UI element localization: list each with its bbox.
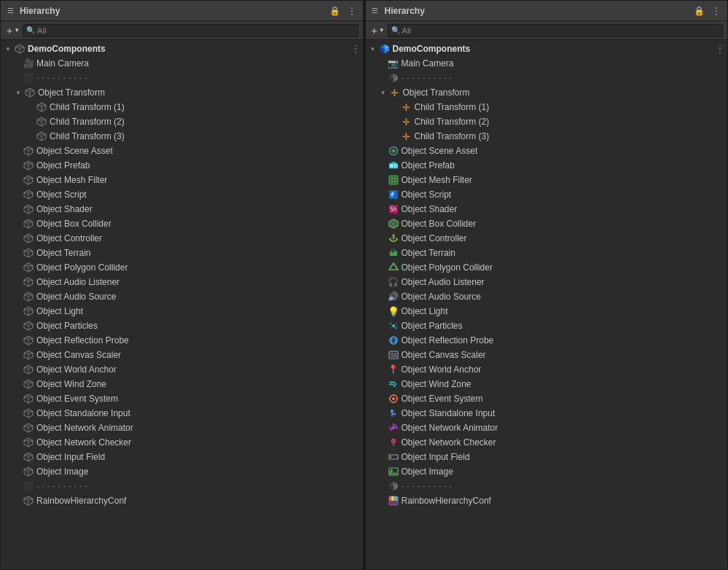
- add-plus[interactable]: +: [5, 25, 14, 36]
- more-button[interactable]: ⋮: [345, 5, 359, 17]
- tree-item[interactable]: Object Image: [366, 464, 728, 479]
- transform-icon: ✛: [401, 130, 412, 142]
- tree-item[interactable]: Object Reflection Probe: [366, 333, 728, 348]
- tree-item[interactable]: # Object Script: [366, 187, 728, 202]
- cube-icon: [23, 349, 34, 361]
- tree-item[interactable]: ⬛- - - - - - - - - -: [1, 479, 363, 493]
- add-dropdown[interactable]: ▼: [14, 27, 20, 34]
- add-plus[interactable]: +: [370, 25, 379, 36]
- cube-icon: [379, 43, 391, 55]
- tree-item[interactable]: Object Controller: [1, 231, 363, 246]
- cube-icon: [23, 320, 34, 332]
- tree-item[interactable]: Object Mesh Filter: [1, 173, 363, 187]
- tree-item[interactable]: 🕹Object Controller: [366, 231, 728, 246]
- tree-item[interactable]: Object Box Collider: [366, 216, 728, 231]
- item-label: Object Terrain: [402, 248, 455, 258]
- tree-item[interactable]: ✛Child Transform (2): [366, 114, 728, 129]
- tree-item[interactable]: - - - - - - - - - -: [366, 71, 728, 85]
- tree-item[interactable]: ▼✛Object Transform: [366, 85, 728, 100]
- cube-icon: [23, 495, 34, 507]
- tree-arrow[interactable]: ▼: [14, 88, 23, 97]
- tree-item[interactable]: Object Input Field: [366, 450, 728, 464]
- tree-item[interactable]: Object Mesh Filter: [366, 173, 728, 187]
- tree-item[interactable]: ⬛- - - - - - - - - -: [1, 71, 363, 85]
- item-label: Child Transform (1): [415, 102, 490, 112]
- hierarchy-tree[interactable]: ▼ DemoComponents⋮🎥Main Camera⬛- - - - - …: [1, 40, 363, 569]
- tree-item[interactable]: Object Reflection Probe: [1, 333, 363, 348]
- tree-item[interactable]: 📍Object World Anchor: [366, 362, 728, 377]
- tree-item[interactable]: - - - - - - - - - -: [366, 479, 728, 493]
- tree-item[interactable]: Child Transform (3): [1, 129, 363, 144]
- lock-button[interactable]: 🔒: [692, 5, 707, 17]
- tree-item[interactable]: RainbowHierarchyConf: [366, 493, 728, 508]
- tree-item[interactable]: Child Transform (2): [1, 114, 363, 129]
- tree-arrow[interactable]: ▼: [379, 88, 388, 97]
- tree-item[interactable]: ▼ Object Transform: [1, 85, 363, 100]
- tree-item[interactable]: 🔊Object Audio Source: [366, 289, 728, 304]
- tree-item[interactable]: Object Polygon Collider: [1, 260, 363, 275]
- tree-item[interactable]: Object Terrain: [1, 246, 363, 260]
- tree-item[interactable]: Object Wind Zone: [1, 377, 363, 391]
- tree-item[interactable]: 🎧Object Audio Listener: [366, 275, 728, 289]
- tree-item[interactable]: Sh Object Shader: [366, 202, 728, 216]
- tree-item[interactable]: RainbowHierarchyConf: [1, 493, 363, 508]
- tree-item[interactable]: Object Scene Asset: [366, 144, 728, 158]
- tree-item[interactable]: ✛Child Transform (3): [366, 129, 728, 144]
- tree-item[interactable]: Object Scene Asset: [1, 144, 363, 158]
- tree-item[interactable]: Object Wind Zone: [366, 377, 728, 391]
- hierarchy-tree[interactable]: ▼ DemoComponents⋮📷Main Camera - - - - - …: [366, 40, 728, 569]
- item-label: - - - - - - - - - -: [36, 481, 87, 491]
- tree-item[interactable]: Object Particles: [366, 319, 728, 333]
- tree-item[interactable]: Object Network Checker: [366, 435, 728, 450]
- tree-item[interactable]: Object Script: [1, 187, 363, 202]
- tree-item[interactable]: 🎥Main Camera: [1, 56, 363, 71]
- tree-item[interactable]: Object Standalone Input: [1, 406, 363, 421]
- tree-item[interactable]: ▼ DemoComponents⋮: [366, 42, 728, 56]
- tree-item[interactable]: ▼ DemoComponents⋮: [1, 42, 363, 56]
- svg-rect-5: [389, 176, 398, 184]
- tree-item[interactable]: Object Event System: [366, 391, 728, 406]
- item-more-button[interactable]: ⋮: [351, 44, 360, 54]
- add-button-group[interactable]: + ▼: [370, 25, 385, 36]
- tree-item[interactable]: Object Standalone Input: [366, 406, 728, 421]
- svg-point-31: [392, 397, 395, 400]
- search-box[interactable]: 🔍 All: [388, 24, 723, 37]
- tree-item[interactable]: Object Canvas Scaler: [366, 348, 728, 362]
- lock-button[interactable]: 🔒: [327, 5, 343, 17]
- item-label: Object Box Collider: [402, 219, 477, 229]
- tree-arrow[interactable]: ▼: [4, 44, 12, 53]
- tree-item[interactable]: Object Input Field: [1, 450, 363, 464]
- add-dropdown[interactable]: ▼: [379, 27, 385, 34]
- polygon-icon: [388, 262, 399, 273]
- tree-item[interactable]: Object Light: [1, 304, 363, 319]
- tree-item[interactable]: Object Canvas Scaler: [1, 348, 363, 362]
- tree-item[interactable]: ✛Child Transform (1): [366, 100, 728, 114]
- item-label: Child Transform (2): [50, 117, 125, 127]
- cube-icon: [23, 407, 34, 419]
- tree-item[interactable]: Object Network Animator: [366, 421, 728, 435]
- tree-item[interactable]: Object Image: [1, 464, 363, 479]
- tree-item[interactable]: Object Network Animator: [1, 421, 363, 435]
- tree-item[interactable]: Object Prefab: [366, 158, 728, 173]
- tree-item[interactable]: Object Event System: [1, 391, 363, 406]
- tree-item[interactable]: Object Network Checker: [1, 435, 363, 450]
- item-label: Object World Anchor: [36, 364, 117, 375]
- tree-item[interactable]: 💡Object Light: [366, 304, 728, 319]
- tree-item[interactable]: Object World Anchor: [1, 362, 363, 377]
- tree-item[interactable]: Object Shader: [1, 202, 363, 216]
- search-box[interactable]: 🔍 All: [23, 24, 358, 37]
- cube-icon: [36, 116, 47, 128]
- tree-item[interactable]: Child Transform (1): [1, 100, 363, 114]
- tree-item[interactable]: Object Particles: [1, 319, 363, 333]
- add-button-group[interactable]: + ▼: [5, 25, 20, 36]
- tree-item[interactable]: Object Audio Source: [1, 289, 363, 304]
- tree-item[interactable]: Object Audio Listener: [1, 275, 363, 289]
- tree-item[interactable]: Object Prefab: [1, 158, 363, 173]
- tree-item[interactable]: 📷Main Camera: [366, 56, 728, 71]
- tree-item[interactable]: Object Polygon Collider: [366, 260, 728, 275]
- tree-item[interactable]: Object Box Collider: [1, 216, 363, 231]
- item-more-button[interactable]: ⋮: [716, 44, 724, 54]
- tree-arrow[interactable]: ▼: [369, 44, 377, 53]
- tree-item[interactable]: 🏔Object Terrain: [366, 246, 728, 260]
- more-button[interactable]: ⋮: [710, 5, 723, 17]
